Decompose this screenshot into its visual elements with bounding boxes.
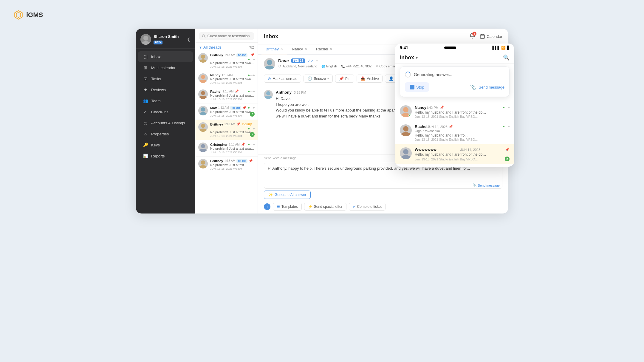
send-special-offer-button[interactable]: ⚡ Send spacial offer [304, 203, 346, 211]
verified-icon: ✓✓ [307, 58, 314, 63]
thread-item[interactable]: Brittney 1:13 AM TO-DO 📌 No problem! Jus… [195, 157, 258, 173]
sidebar-item-inbox[interactable]: ⬚ Inbox [138, 51, 193, 62]
location-icon [278, 65, 281, 68]
tab-close-icon[interactable]: ✕ [304, 47, 307, 51]
thread-preview: No problem! Just a text away if anything… [210, 110, 255, 114]
todo-tag: TO-DO [236, 159, 247, 163]
sidebar-item-label: Team [151, 99, 161, 103]
search-input[interactable] [207, 34, 251, 38]
sidebar-item-label: Keys [151, 143, 160, 147]
ai-action-buttons: Stop 📎 Send message [405, 82, 504, 92]
pin-button[interactable]: 📌 Pin [335, 75, 354, 83]
sidebar-collapse-button[interactable]: ❮ [187, 37, 191, 42]
feb-tag: FEB 18 [291, 58, 305, 63]
mobile-thread-item[interactable]: Wwwwwww JUN 14, 2023 📌 Hello, my husband… [395, 144, 514, 164]
svg-point-12 [201, 107, 205, 112]
phone-info: 📞 +44 7521 407832 [341, 64, 371, 68]
svg-point-13 [199, 112, 207, 115]
thread-item[interactable]: Nancy 1:13 AM — No problem! Just a text … [195, 71, 258, 87]
sidebar-item-check-ins[interactable]: ✓ Check-ins [138, 106, 193, 117]
search-input-wrap[interactable] [199, 32, 254, 40]
inbox-dropdown-icon[interactable]: ▾ [416, 55, 418, 60]
pin-icon: 📌 [236, 122, 241, 126]
send-message-button[interactable]: 📎 Send message [473, 183, 500, 187]
templates-button[interactable]: ☰ Templates [273, 203, 302, 211]
attachment-icon[interactable]: 📎 [470, 84, 476, 90]
thread-count: 762 [248, 45, 254, 49]
mobile-thread-date: JUN 14, 2023 [460, 148, 480, 151]
send-btn-row: 📎 Send message [264, 182, 502, 188]
accounts-icon: ◎ [143, 120, 148, 125]
mobile-thread-time: 1:42 PM [426, 106, 439, 109]
svg-point-9 [199, 80, 207, 83]
snooze-dropdown-icon[interactable]: ▾ [327, 77, 329, 80]
tab-close-icon[interactable]: ✕ [329, 47, 332, 51]
thread-avatar [198, 89, 208, 99]
thread-item[interactable]: Brittney 1:13 AM TO-DO 📌 — No problem! J… [195, 51, 258, 71]
sidebar-item-reports[interactable]: 📊 Reports [138, 151, 193, 161]
generate-ai-answer-button[interactable]: ✨ Generate AI answer [264, 191, 311, 199]
svg-rect-20 [480, 35, 484, 38]
language-info: 🌐 English [321, 64, 337, 68]
thread-date: JUN. 13-18, 2021 W3304 [210, 65, 255, 68]
sidebar-item-label: Inbox [151, 55, 161, 59]
thread-item[interactable]: Rachel 1:13 AM 📌 — No problem! Just a te… [195, 87, 258, 103]
tab-close-icon[interactable]: ✕ [280, 47, 283, 51]
unread-icon: ⊙ [268, 76, 271, 81]
sidebar-item-label: Properties [151, 132, 169, 136]
stop-button[interactable]: Stop [405, 82, 429, 92]
sidebar-item-accounts-listings[interactable]: ◎ Accounts & Listings [138, 117, 193, 128]
pin-icon: 📌 [440, 106, 444, 109]
sidebar-item-properties[interactable]: ⌂ Properties [138, 129, 193, 139]
tab-label: Brittney [266, 47, 279, 51]
mark-as-unread-button[interactable]: ⊙ Mark as unread [264, 75, 301, 83]
thread-content: Max 1:13 AM TO-DO 📌 — No problem! Just a… [210, 106, 255, 117]
all-threads-label[interactable]: ▼ All threads [199, 45, 222, 49]
guest-name: Dave [278, 58, 289, 63]
thread-item[interactable]: Brittney 1:13 AM 📌 Inquiry — No problem!… [195, 120, 258, 140]
mobile-search-icon[interactable]: 🔍 [503, 54, 510, 61]
sidebar-item-keys[interactable]: 🔑 Keys [138, 140, 193, 150]
complete-ticket-button[interactable]: ✔ Complete ticket [349, 203, 386, 211]
thread-status-dots: — [248, 58, 255, 61]
sidebar-item-tasks[interactable]: ☑ Tasks [138, 73, 193, 84]
thread-item[interactable]: Max 1:13 AM TO-DO 📌 — No problem! Just a… [195, 103, 258, 120]
thread-preview: No problem! Just a text away if anything… [210, 147, 255, 150]
archive-button[interactable]: 📥 Archive [357, 75, 383, 83]
tab-label: Nancy [292, 47, 303, 51]
more-icon[interactable]: • [316, 58, 318, 63]
tab-rachel[interactable]: Rachel ✕ [312, 44, 336, 54]
snooze-button[interactable]: 🕐 Snooze ▾ [304, 75, 333, 83]
svg-point-8 [201, 75, 205, 79]
sidebar-item-reviews[interactable]: ★ Reviews [138, 84, 193, 95]
tab-nancy[interactable]: Nancy ✕ [288, 44, 311, 54]
mobile-thread-content: Nancy 1:42 PM 📌 — Hello, my husband and … [415, 105, 510, 118]
mobile-thread-item[interactable]: Nancy 1:42 PM 📌 — Hello, my husband and … [395, 102, 514, 121]
thread-time: 1:13 AM [224, 53, 235, 57]
mobile-time: 9:41 [400, 45, 408, 50]
sidebar-item-multi-calendar[interactable]: ⊞ Multi-calendar [138, 62, 193, 73]
mobile-thread-item[interactable]: Rachel JUN 14, 2023 📌 — Olga Kravchenko … [395, 121, 514, 144]
email-info[interactable]: ✉ Copy email [376, 64, 396, 68]
tab-brittney[interactable]: Brittney ✕ [261, 44, 287, 54]
sidebar-item-team[interactable]: 👥 Team [138, 95, 193, 106]
add-button[interactable]: + [264, 203, 270, 210]
logo: iGMS [13, 10, 43, 20]
calendar-button[interactable]: Calendar [480, 34, 502, 39]
mobile-thread-content: Rachel JUN 14, 2023 📌 — Olga Kravchenko … [415, 124, 510, 141]
mobile-thread-name: Nancy [415, 105, 426, 110]
mobile-send-message-button[interactable]: Send message [479, 85, 504, 89]
thread-list: Brittney 1:13 AM TO-DO 📌 — No problem! J… [195, 51, 258, 214]
mobile-inbox-header: Inbox ▾ 🔍 [395, 52, 514, 64]
sidebar-header: Sharon Smith PRO ❮ [136, 29, 195, 49]
search-bar [195, 29, 258, 43]
thread-time: 1:13 AM [224, 159, 235, 163]
thread-item[interactable]: Cristopher 1:13 AM 📌 — No problem! Just … [195, 140, 258, 157]
threads-header: ▼ All threads 762 [195, 43, 258, 51]
svg-point-19 [199, 165, 207, 168]
mobile-thread-avatar [400, 147, 412, 159]
svg-point-33 [401, 132, 411, 136]
thread-panel: ▼ All threads 762 Brittney 1:13 AM TO-D [195, 29, 258, 214]
notifications-button[interactable]: 1 [469, 33, 475, 40]
loading-spinner [405, 72, 411, 78]
